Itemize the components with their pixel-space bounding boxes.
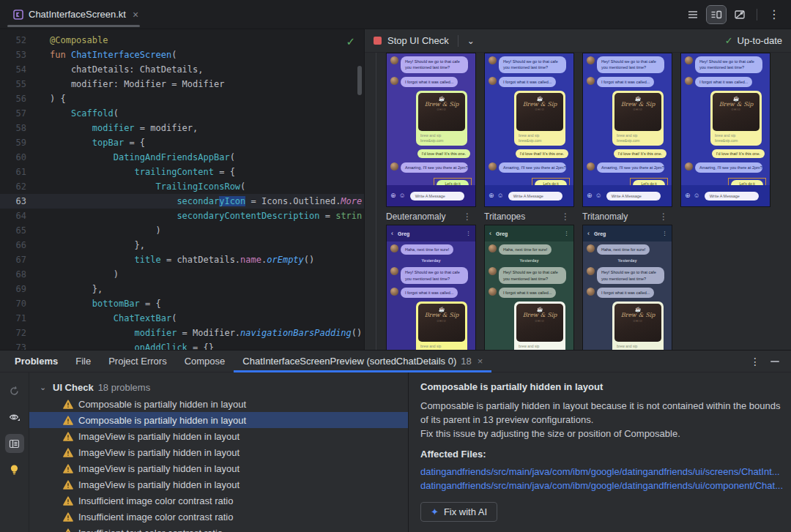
problem-text: Insufficient text color contrast ratio	[78, 528, 223, 532]
minimize-icon[interactable]	[770, 361, 779, 362]
details-view-icon[interactable]	[5, 434, 24, 453]
preview-phone-row2-1[interactable]: ‹Greg⋮Haha, next time for sure!Yesterday…	[386, 225, 476, 350]
line-number[interactable]: 67	[0, 252, 37, 267]
line-number[interactable]: 52	[0, 33, 37, 48]
code-line-60[interactable]: 60 DatingAndFriendsAppBar(	[0, 150, 364, 165]
back-icon[interactable]: ‹	[587, 230, 590, 237]
design-view-off-icon[interactable]	[730, 6, 749, 23]
kebab-icon[interactable]: ⋮	[561, 211, 574, 222]
code-line-70[interactable]: 70 bottomBar = {	[0, 296, 364, 311]
code-editor[interactable]: 52@Composable53fun ChatInterfaceScreen(5…	[0, 29, 364, 350]
line-number[interactable]: 70	[0, 296, 37, 311]
preview-label-1: Deuteranomaly⋮	[386, 211, 476, 222]
problems-group-header[interactable]: ⌄ UI Check 18 problems	[29, 378, 408, 396]
line-number[interactable]: 56	[0, 91, 37, 106]
code-line-72[interactable]: 72 modifier = Modifier.navigationBarsPad…	[0, 326, 364, 340]
problem-row[interactable]: Insufficient image color contrast ratio	[29, 492, 408, 509]
line-number[interactable]: 71	[0, 311, 37, 326]
code-line-65[interactable]: 65 )	[0, 223, 364, 238]
kebab-icon[interactable]: ⋮	[662, 231, 667, 236]
preview-phone-row1-3[interactable]: Hey! Should we go to that cafe you menti…	[582, 53, 672, 207]
line-number[interactable]: 58	[0, 121, 37, 135]
tab-chatinterfacescreenpreview[interactable]: ChatInterfaceScreenPreview (sortedChatDe…	[234, 351, 491, 372]
code-line-69[interactable]: 69 },	[0, 282, 364, 296]
code-line-52[interactable]: 52@Composable	[0, 33, 364, 48]
problem-row[interactable]: ImageView is partially hidden in layout	[29, 476, 408, 492]
tab-close-icon[interactable]: ×	[133, 9, 138, 20]
line-number[interactable]: 60	[0, 150, 37, 165]
code-line-71[interactable]: 71 ChatTextBar(	[0, 311, 364, 326]
problem-row[interactable]: ImageView is partially hidden in layout	[29, 444, 408, 460]
tab-compose[interactable]: Compose	[176, 351, 234, 372]
code-line-53[interactable]: 53fun ChatInterfaceScreen(	[0, 48, 364, 62]
back-icon[interactable]: ‹	[391, 230, 393, 237]
refresh-icon[interactable]	[5, 381, 24, 400]
kebab-icon[interactable]: ⋮	[564, 231, 569, 236]
code-view-icon[interactable]	[683, 6, 702, 23]
problem-row[interactable]: Insufficient text color contrast ratio	[29, 525, 408, 532]
code-line-62[interactable]: 62 TrailingIconsRow(	[0, 179, 364, 194]
line-number[interactable]: 69	[0, 282, 37, 296]
panel-options-icon[interactable]: ⋮	[750, 356, 760, 367]
line-number[interactable]: 63	[0, 194, 37, 209]
preview-canvas[interactable]: Hey! Should we go to that cafe you menti…	[365, 53, 791, 350]
code-line-56[interactable]: 56) {	[0, 91, 364, 106]
problem-row[interactable]: ImageView is partially hidden in layout	[29, 460, 408, 476]
code-line-64[interactable]: 64 secondaryContentDescription = strin	[0, 209, 364, 223]
kebab-icon[interactable]: ⋮	[463, 211, 476, 222]
more-options-icon[interactable]: ⋮	[765, 6, 784, 23]
preview-phone-row1-1[interactable]: Hey! Should we go to that cafe you menti…	[386, 53, 476, 207]
back-icon[interactable]: ‹	[489, 230, 491, 237]
line-number[interactable]: 72	[0, 326, 37, 340]
problem-row[interactable]: Composable is partially hidden in layout	[29, 412, 408, 428]
preview-phone-row1-4[interactable]: Hey! Should we go to that cafe you menti…	[680, 53, 770, 207]
code-line-61[interactable]: 61 trailingContent = {	[0, 165, 364, 179]
code-line-55[interactable]: 55 modifier: Modifier = Modifier	[0, 77, 364, 91]
tab-problems[interactable]: Problems	[6, 351, 67, 372]
code-line-58[interactable]: 58 modifier = modifier,	[0, 121, 364, 135]
line-number[interactable]: 57	[0, 106, 37, 121]
editor-scrollbar[interactable]	[357, 66, 362, 95]
code-line-63[interactable]: 63 secondaryIcon = Icons.Outlined.More	[0, 194, 364, 209]
line-number[interactable]: 62	[0, 179, 37, 194]
line-number[interactable]: 68	[0, 267, 37, 282]
problem-row[interactable]: ImageView is partially hidden in layout	[29, 428, 408, 444]
split-view-icon[interactable]	[707, 6, 726, 23]
problem-row[interactable]: Composable is partially hidden in layout	[29, 396, 408, 412]
preview-phone-row2-3[interactable]: ‹Greg⋮Haha, next time for sure!Yesterday…	[582, 225, 672, 350]
affected-file-link-2[interactable]: datingandfriends/src/main/java/com/ibm/g…	[420, 479, 784, 493]
stop-ui-check-button[interactable]: Stop UI Check	[374, 35, 449, 46]
tab-file[interactable]: File	[67, 351, 100, 372]
line-number[interactable]: 61	[0, 165, 37, 179]
preview-phone-row2-2[interactable]: ‹Greg⋮Haha, next time for sure!Yesterday…	[484, 225, 574, 350]
line-number[interactable]: 53	[0, 48, 37, 62]
code-line-66[interactable]: 66 },	[0, 238, 364, 252]
line-number[interactable]: 66	[0, 238, 37, 252]
kebab-icon[interactable]: ⋮	[659, 211, 672, 222]
line-number[interactable]: 54	[0, 62, 37, 77]
code-line-73[interactable]: 73 onAddClick = {}	[0, 340, 364, 350]
preview-eye-icon[interactable]	[5, 408, 24, 427]
lightbulb-icon[interactable]	[5, 460, 24, 479]
code-line-59[interactable]: 59 topBar = {	[0, 135, 364, 150]
chevron-down-icon[interactable]: ⌄	[464, 36, 478, 46]
line-number[interactable]: 73	[0, 340, 37, 350]
line-number[interactable]: 55	[0, 77, 37, 91]
code-line-57[interactable]: 57 Scaffold(	[0, 106, 364, 121]
line-number[interactable]: 64	[0, 209, 37, 223]
code-line-54[interactable]: 54 chatDetails: ChatDetails,	[0, 62, 364, 77]
chevron-down-icon[interactable]: ⌄	[40, 383, 48, 392]
tab-project-errors[interactable]: Project Errors	[100, 351, 175, 372]
preview-phone-row1-2[interactable]: Hey! Should we go to that cafe you menti…	[484, 53, 574, 207]
code-line-67[interactable]: 67 title = chatDetails.name.orEmpty()	[0, 252, 364, 267]
tab-close-icon[interactable]: ×	[478, 356, 483, 367]
problem-row[interactable]: Insufficient image color contrast ratio	[29, 509, 408, 525]
kebab-icon[interactable]: ⋮	[466, 231, 471, 236]
line-number[interactable]: 59	[0, 135, 37, 150]
tab-chatinterfacescreen[interactable]: ChatInterfaceScreen.kt ×	[6, 0, 146, 29]
affected-file-link-1[interactable]: datingandfriends/src/main/java/com/ibm/g…	[420, 465, 784, 479]
inspection-ok-icon[interactable]: ✓	[346, 35, 355, 48]
code-line-68[interactable]: 68 )	[0, 267, 364, 282]
line-number[interactable]: 65	[0, 223, 37, 238]
fix-with-ai-button[interactable]: ✦ Fix with AI	[420, 502, 497, 522]
